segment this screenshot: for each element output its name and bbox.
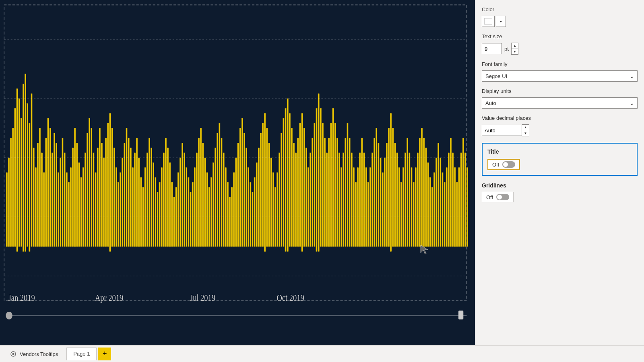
svg-rect-194 [402, 168, 404, 247]
svg-rect-186 [386, 143, 387, 246]
text-size-row: pt ▲ ▼ [482, 43, 638, 55]
svg-rect-16 [35, 168, 36, 247]
tab-vendors-tooltips[interactable]: Vendors Tooltips [3, 348, 65, 360]
svg-rect-139 [289, 113, 290, 247]
gridlines-toggle-container: Off [482, 192, 638, 202]
svg-rect-30 [64, 153, 65, 247]
spinner-down[interactable]: ▼ [512, 49, 518, 54]
svg-rect-150 [312, 138, 313, 247]
svg-rect-122 [254, 177, 255, 247]
text-size-unit: pt [504, 46, 509, 52]
font-family-select[interactable]: Segoe UI [482, 70, 638, 82]
svg-rect-97 [202, 143, 204, 246]
svg-rect-130 [270, 158, 272, 247]
svg-rect-183 [380, 158, 381, 247]
svg-rect-188 [390, 113, 392, 251]
font-family-dropdown-wrapper: Segoe UI [482, 70, 638, 82]
svg-rect-200 [415, 168, 416, 247]
svg-rect-153 [318, 94, 319, 251]
svg-rect-212 [440, 158, 441, 247]
svg-rect-190 [394, 143, 396, 246]
color-box-inner [484, 18, 492, 25]
title-toggle-track [502, 161, 515, 168]
svg-rect-196 [407, 138, 408, 247]
gridlines-toggle-button[interactable]: Off [482, 192, 514, 202]
svg-rect-45 [95, 173, 96, 247]
display-units-select[interactable]: Auto [482, 97, 638, 109]
svg-rect-176 [365, 168, 367, 247]
svg-rect-55 [116, 168, 117, 247]
decimal-spinner[interactable]: ▲ ▼ [522, 124, 529, 136]
decimal-input[interactable] [482, 125, 522, 136]
svg-rect-62 [130, 148, 131, 247]
svg-rect-37 [78, 162, 80, 246]
svg-rect-71 [149, 138, 150, 247]
svg-rect-7 [17, 89, 18, 251]
svg-rect-53 [111, 128, 113, 247]
decimal-spinner-down[interactable]: ▼ [522, 130, 529, 136]
svg-rect-219 [454, 168, 456, 247]
svg-rect-51 [107, 123, 109, 246]
svg-rect-87 [182, 143, 183, 246]
svg-rect-66 [138, 158, 140, 247]
title-toggle-button[interactable]: Off [487, 159, 520, 170]
svg-rect-213 [442, 173, 443, 247]
svg-rect-43 [91, 128, 92, 247]
display-units-dropdown-wrapper: Auto [482, 97, 638, 109]
svg-rect-146 [303, 128, 305, 247]
svg-rect-29 [62, 138, 63, 247]
svg-rect-90 [188, 177, 189, 247]
svg-rect-178 [369, 168, 371, 247]
text-size-input[interactable] [482, 43, 502, 54]
svg-rect-173 [359, 153, 361, 247]
svg-rect-18 [39, 128, 40, 247]
svg-rect-193 [400, 183, 402, 247]
svg-rect-211 [438, 143, 439, 246]
text-size-spinner[interactable]: ▲ ▼ [511, 43, 518, 55]
svg-rect-206 [427, 162, 429, 246]
svg-rect-88 [184, 153, 185, 247]
svg-rect-202 [419, 138, 420, 247]
svg-rect-179 [372, 153, 373, 247]
text-size-label: Text size [482, 33, 638, 39]
svg-point-239 [12, 353, 14, 355]
color-dropdown-arrow[interactable]: ▾ [496, 16, 506, 27]
value-decimal-row: ▲ ▼ [482, 124, 638, 136]
value-decimal-label: Value decimal places [482, 115, 638, 121]
svg-rect-74 [155, 177, 156, 247]
svg-rect-144 [299, 123, 301, 246]
svg-text:Jan 2019: Jan 2019 [8, 293, 35, 302]
svg-rect-36 [76, 143, 78, 246]
svg-rect-170 [353, 168, 354, 247]
svg-rect-141 [293, 143, 295, 246]
svg-rect-31 [66, 173, 67, 247]
color-section: Color ▾ [482, 6, 638, 27]
decimal-spinner-up[interactable]: ▲ [522, 125, 529, 130]
add-tab-icon: + [103, 350, 107, 358]
svg-rect-54 [114, 148, 115, 247]
svg-rect-149 [310, 153, 311, 247]
tab-page1[interactable]: Page 1 [66, 348, 97, 360]
svg-rect-112 [233, 173, 235, 247]
svg-rect-107 [223, 153, 224, 247]
add-tab-button[interactable]: + [98, 348, 111, 360]
svg-rect-158 [328, 138, 330, 247]
title-section: Title Off [482, 143, 638, 176]
svg-rect-44 [93, 153, 94, 247]
color-swatch[interactable] [482, 16, 495, 27]
svg-rect-34 [72, 148, 74, 247]
svg-rect-118 [246, 148, 247, 247]
svg-rect-218 [452, 153, 454, 247]
svg-rect-96 [200, 128, 202, 247]
title-toggle-label: Off [492, 162, 499, 168]
svg-rect-204 [423, 138, 425, 247]
svg-rect-160 [332, 109, 334, 247]
cursor-indicator [419, 243, 431, 257]
svg-rect-223 [462, 138, 464, 247]
svg-rect-127 [264, 113, 266, 251]
spinner-up[interactable]: ▲ [512, 43, 518, 49]
svg-rect-81 [169, 162, 171, 246]
svg-rect-59 [124, 143, 125, 246]
svg-rect-220 [456, 183, 458, 247]
svg-rect-154 [320, 109, 321, 247]
